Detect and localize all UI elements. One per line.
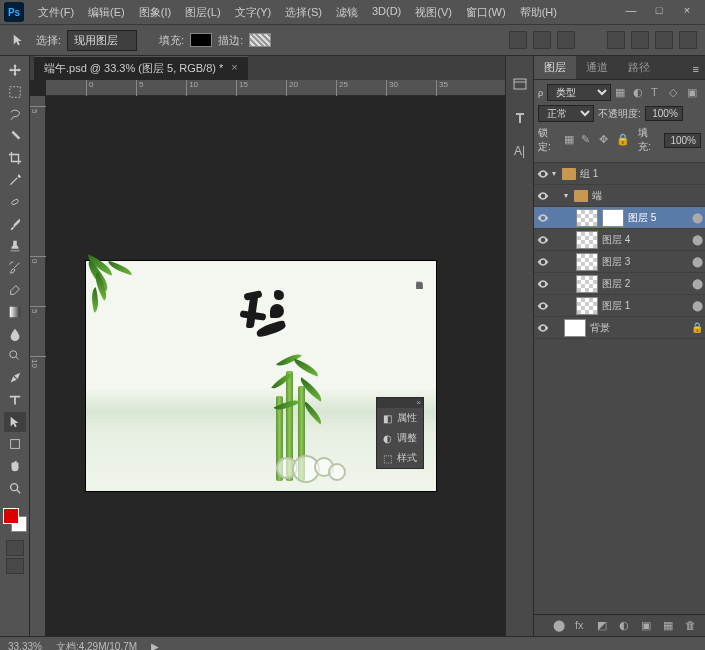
close-button[interactable]: × bbox=[679, 4, 695, 20]
history-brush-tool[interactable] bbox=[4, 258, 26, 278]
minimize-button[interactable]: — bbox=[623, 4, 639, 20]
tab-channels[interactable]: 通道 bbox=[576, 56, 618, 79]
stroke-swatch[interactable] bbox=[249, 33, 271, 47]
screenmode-toggle[interactable] bbox=[6, 558, 24, 574]
layer-row[interactable]: 图层 4⬤ bbox=[534, 229, 705, 251]
layer-name[interactable]: 组 1 bbox=[580, 167, 705, 181]
opacity-value[interactable]: 100% bbox=[645, 106, 683, 121]
popup-adjustments-item[interactable]: ◐ 调整 bbox=[377, 428, 423, 448]
popup-styles-item[interactable]: ⬚ 样式 bbox=[377, 448, 423, 468]
lock-pixels-icon[interactable]: ✎ bbox=[581, 133, 594, 147]
align-icon-3[interactable] bbox=[557, 31, 575, 49]
layer-row[interactable]: 背景🔒 bbox=[534, 317, 705, 339]
menu-select[interactable]: 选择(S) bbox=[279, 3, 328, 22]
crop-tool[interactable] bbox=[4, 148, 26, 168]
document-close-icon[interactable]: × bbox=[231, 61, 237, 76]
layer-thumbnail[interactable] bbox=[576, 209, 598, 227]
lasso-tool[interactable] bbox=[4, 104, 26, 124]
document-tab[interactable]: 端午.psd @ 33.3% (图层 5, RGB/8) * × bbox=[34, 56, 248, 80]
link-layers-icon[interactable]: ⬤ bbox=[553, 619, 567, 633]
popup-properties-item[interactable]: ◧ 属性 bbox=[377, 408, 423, 428]
layer-effects-icon[interactable]: fx bbox=[575, 619, 589, 633]
blend-mode-dropdown[interactable]: 正常 bbox=[538, 105, 594, 122]
layer-thumbnail[interactable] bbox=[576, 231, 598, 249]
eyedropper-tool[interactable] bbox=[4, 170, 26, 190]
gradient-tool[interactable] bbox=[4, 302, 26, 322]
layer-thumbnail[interactable] bbox=[576, 297, 598, 315]
menu-filter[interactable]: 滤镜 bbox=[330, 3, 364, 22]
wand-tool[interactable] bbox=[4, 126, 26, 146]
document-info[interactable]: 文档:4.29M/10.7M bbox=[56, 640, 137, 651]
layer-row[interactable]: 图层 3⬤ bbox=[534, 251, 705, 273]
layer-row[interactable]: 图层 2⬤ bbox=[534, 273, 705, 295]
stamp-tool[interactable] bbox=[4, 236, 26, 256]
layer-row[interactable]: ▾组 1 bbox=[534, 163, 705, 185]
layer-name[interactable]: 图层 3 bbox=[602, 255, 689, 269]
artwork-canvas[interactable]: 端午佳節龍舟競渡粽香飄逸 × ◧ 属性 ◐ 调整 bbox=[86, 261, 436, 491]
new-layer-icon[interactable]: ▦ bbox=[663, 619, 677, 633]
layer-thumbnail[interactable] bbox=[564, 319, 586, 337]
menu-file[interactable]: 文件(F) bbox=[32, 3, 80, 22]
menu-window[interactable]: 窗口(W) bbox=[460, 3, 512, 22]
mode-icon-2[interactable] bbox=[631, 31, 649, 49]
panel-menu-icon[interactable]: ≡ bbox=[687, 59, 705, 79]
color-picker[interactable] bbox=[3, 508, 27, 532]
paragraph-panel-icon[interactable]: A| bbox=[512, 144, 528, 160]
menu-image[interactable]: 图象(I) bbox=[133, 3, 177, 22]
layer-name[interactable]: 图层 1 bbox=[602, 299, 689, 313]
brush-tool[interactable] bbox=[4, 214, 26, 234]
filter-type-icon[interactable]: T bbox=[651, 86, 665, 100]
maximize-button[interactable]: □ bbox=[651, 4, 667, 20]
type-tool[interactable] bbox=[4, 390, 26, 410]
fill-swatch[interactable] bbox=[190, 33, 212, 47]
pen-tool[interactable] bbox=[4, 368, 26, 388]
menu-edit[interactable]: 编辑(E) bbox=[82, 3, 131, 22]
layer-row[interactable]: 图层 1⬤ bbox=[534, 295, 705, 317]
layer-thumbnail[interactable] bbox=[576, 275, 598, 293]
select-mode-dropdown[interactable]: 现用图层 bbox=[67, 30, 137, 51]
fill-opacity-value[interactable]: 100% bbox=[664, 133, 701, 148]
expand-toggle[interactable]: ▾ bbox=[552, 169, 562, 178]
visibility-toggle[interactable] bbox=[534, 256, 552, 268]
mode-icon[interactable] bbox=[607, 31, 625, 49]
vertical-ruler[interactable]: 5 0 5 10 bbox=[30, 96, 46, 636]
menu-type[interactable]: 文字(Y) bbox=[229, 3, 278, 22]
hand-tool[interactable] bbox=[4, 456, 26, 476]
delete-layer-icon[interactable]: 🗑 bbox=[685, 619, 699, 633]
dodge-tool[interactable] bbox=[4, 346, 26, 366]
layer-filter-dropdown[interactable]: 类型 bbox=[547, 84, 611, 101]
shape-tool[interactable] bbox=[4, 434, 26, 454]
layer-name[interactable]: 图层 4 bbox=[602, 233, 689, 247]
filter-shape-icon[interactable]: ◇ bbox=[669, 86, 683, 100]
align-icon-2[interactable] bbox=[533, 31, 551, 49]
current-tool-icon[interactable] bbox=[8, 30, 30, 50]
canvas-viewport[interactable]: 端午佳節龍舟競渡粽香飄逸 × ◧ 属性 ◐ 调整 bbox=[46, 96, 505, 636]
mode-icon-4[interactable] bbox=[679, 31, 697, 49]
visibility-toggle[interactable] bbox=[534, 322, 552, 334]
lock-position-icon[interactable]: ✥ bbox=[599, 133, 612, 147]
filter-adjust-icon[interactable]: ◐ bbox=[633, 86, 647, 100]
zoom-tool[interactable] bbox=[4, 478, 26, 498]
layer-name[interactable]: 图层 2 bbox=[602, 277, 689, 291]
path-select-tool[interactable] bbox=[4, 412, 26, 432]
layer-name[interactable]: 图层 5 bbox=[628, 211, 689, 225]
align-icon[interactable] bbox=[509, 31, 527, 49]
new-group-icon[interactable]: ▣ bbox=[641, 619, 655, 633]
foreground-color-swatch[interactable] bbox=[3, 508, 19, 524]
menu-view[interactable]: 视图(V) bbox=[409, 3, 458, 22]
tab-paths[interactable]: 路径 bbox=[618, 56, 660, 79]
blur-tool[interactable] bbox=[4, 324, 26, 344]
menu-layer[interactable]: 图层(L) bbox=[179, 3, 226, 22]
heal-tool[interactable] bbox=[4, 192, 26, 212]
visibility-toggle[interactable] bbox=[534, 278, 552, 290]
move-tool[interactable] bbox=[4, 60, 26, 80]
eraser-tool[interactable] bbox=[4, 280, 26, 300]
layer-name[interactable]: 端 bbox=[592, 189, 705, 203]
marquee-tool[interactable] bbox=[4, 82, 26, 102]
popup-close-icon[interactable]: × bbox=[416, 398, 421, 407]
zoom-level[interactable]: 33.33% bbox=[8, 641, 42, 650]
visibility-toggle[interactable] bbox=[534, 168, 552, 180]
lock-all-icon[interactable]: 🔒 bbox=[616, 133, 630, 147]
menu-help[interactable]: 帮助(H) bbox=[514, 3, 563, 22]
mask-thumbnail[interactable] bbox=[602, 209, 624, 227]
